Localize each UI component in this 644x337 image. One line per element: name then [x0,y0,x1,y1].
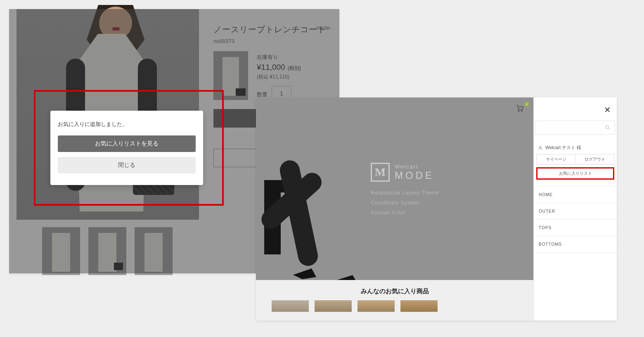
nav-item-tops[interactable]: TOPS [534,219,617,236]
nav-item-bottoms[interactable]: BOTTOMS [534,236,617,253]
sidebar-drawer: ✕ Welcart テスト 様 マイページ ログアウト お気に入りリスト HOM… [533,97,617,320]
storefront-panel: M Welcart MODE Responsive Layout Theme C… [256,97,617,320]
close-icon[interactable]: ✕ [604,105,611,115]
svg-point-4 [540,146,541,148]
user-greeting: Welcart テスト 様 [538,145,613,151]
view-favorites-button[interactable]: お気に入りリストを見る [58,135,196,152]
search-input[interactable] [535,121,615,135]
favorite-list-link[interactable]: お気に入りリスト [536,167,614,180]
favorite-added-modal: お気に入りに追加しました。 お気に入りリストを見る 閉じる [50,111,203,185]
nav-item-outer[interactable]: OUTER [534,203,617,219]
search-icon [605,125,611,131]
svg-point-2 [606,126,608,128]
svg-line-3 [608,128,610,130]
category-nav: HOME OUTER TOPS BOTTOMS [534,186,617,253]
nav-item-home[interactable]: HOME [534,186,617,203]
logout-button[interactable]: ログアウト [575,154,614,165]
user-icon [538,145,543,150]
hero-area: M Welcart MODE Responsive Layout Theme C… [256,97,533,320]
user-name: Welcart テスト 様 [545,145,581,151]
close-modal-button[interactable]: 閉じる [58,157,196,173]
modal-message: お気に入りに追加しました。 [58,121,196,128]
mypage-button[interactable]: マイページ [536,154,575,165]
